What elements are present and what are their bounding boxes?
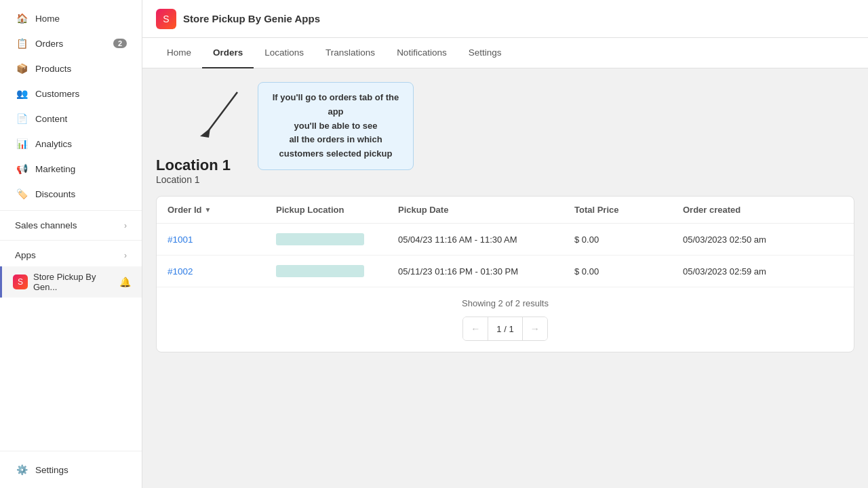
- sidebar-apps[interactable]: Apps ›: [4, 245, 138, 266]
- sidebar-item-discounts-label: Discounts: [35, 189, 127, 199]
- next-page-button[interactable]: →: [523, 317, 547, 340]
- row1-pickup-date: 05/04/23 11:16 AM - 11:30 AM: [398, 235, 574, 245]
- tab-orders[interactable]: Orders: [202, 38, 254, 68]
- sidebar-item-products[interactable]: 📦 Products: [4, 56, 138, 81]
- tab-home[interactable]: Home: [156, 38, 202, 68]
- col-total-price: Total Price: [574, 205, 683, 215]
- sidebar-item-home[interactable]: 🏠 Home: [4, 6, 138, 30]
- sidebar: 🏠 Home 📋 Orders 2 📦 Products 👥 Customers…: [0, 0, 142, 488]
- sidebar-item-content[interactable]: 📄 Content: [4, 106, 138, 131]
- analytics-icon: 📊: [15, 137, 28, 150]
- apps-chevron: ›: [124, 251, 127, 260]
- main-content: S Store Pickup By Genie Apps Home Orders…: [142, 0, 868, 488]
- sidebar-bottom: ⚙️ Settings: [0, 451, 142, 488]
- row2-pickup-location: [276, 265, 398, 277]
- order-link-1002[interactable]: #1002: [167, 266, 193, 277]
- col-order-created-label: Order created: [683, 205, 741, 215]
- tab-settings[interactable]: Settings: [458, 38, 513, 68]
- col-pickup-location-label: Pickup Location: [276, 205, 344, 215]
- location-subtitle: Location 1: [156, 174, 854, 185]
- page-content: If you'll go to orders tab of the app yo…: [142, 68, 868, 488]
- table-header-row: Order Id ▼ Pickup Location Pickup Date T…: [157, 197, 854, 224]
- table-footer: Showing 2 of 2 results ← 1 / 1 →: [157, 287, 854, 352]
- customers-icon: 👥: [15, 87, 28, 100]
- order-link-1001[interactable]: #1001: [167, 235, 193, 245]
- tooltip-box: If you'll go to orders tab of the app yo…: [258, 82, 414, 170]
- sales-channels-label: Sales channels: [15, 220, 124, 230]
- sidebar-item-marketing[interactable]: 📢 Marketing: [4, 157, 138, 181]
- products-icon: 📦: [15, 62, 28, 75]
- settings-icon: ⚙️: [15, 463, 28, 476]
- sidebar-item-home-label: Home: [35, 14, 127, 24]
- tab-translations[interactable]: Translations: [315, 38, 386, 68]
- sidebar-item-products-label: Products: [35, 64, 127, 74]
- svg-marker-1: [200, 128, 210, 138]
- tooltip-area: If you'll go to orders tab of the app yo…: [197, 82, 414, 170]
- row1-order-id[interactable]: #1001: [167, 234, 276, 245]
- col-total-price-label: Total Price: [574, 205, 619, 215]
- sidebar-settings[interactable]: ⚙️ Settings: [4, 458, 138, 482]
- orders-icon: 📋: [15, 37, 28, 50]
- sidebar-divider-1: [0, 210, 142, 211]
- tooltip-line1: If you'll go to orders tab of the app: [273, 92, 399, 117]
- store-pickup-app-icon: S: [13, 274, 28, 289]
- app-header-title: Store Pickup By Genie Apps: [183, 13, 320, 24]
- row1-pickup-location: [276, 233, 398, 245]
- pickup-location-bar-2: [276, 265, 364, 277]
- sidebar-item-customers-label: Customers: [35, 89, 127, 99]
- row2-order-created: 05/03/2023 02:59 am: [683, 266, 818, 277]
- content-icon: 📄: [15, 112, 28, 125]
- sidebar-app-label: Store Pickup By Gen...: [33, 272, 119, 292]
- tooltip-line2: you'll be able to see: [294, 121, 377, 131]
- discounts-icon: 🏷️: [15, 187, 28, 201]
- row2-order-id[interactable]: #1002: [167, 266, 276, 277]
- sidebar-item-orders-label: Orders: [35, 39, 113, 49]
- tab-notifications[interactable]: Notifications: [386, 38, 458, 68]
- row1-total-price: $ 0.00: [574, 235, 683, 245]
- sidebar-item-content-label: Content: [35, 114, 127, 124]
- sidebar-item-analytics-label: Analytics: [35, 139, 127, 149]
- table-row: #1002 05/11/23 01:16 PM - 01:30 PM $ 0.0…: [157, 256, 854, 287]
- results-text: Showing 2 of 2 results: [462, 298, 549, 308]
- sales-channels-chevron: ›: [124, 221, 127, 230]
- col-order-id-label: Order Id: [167, 205, 202, 215]
- sidebar-item-discounts[interactable]: 🏷️ Discounts: [4, 182, 138, 206]
- sidebar-settings-label: Settings: [35, 465, 127, 475]
- page-info: 1 / 1: [488, 317, 522, 340]
- home-icon: 🏠: [15, 12, 28, 25]
- sidebar-item-analytics[interactable]: 📊 Analytics: [4, 131, 138, 156]
- row2-total-price: $ 0.00: [574, 266, 683, 277]
- tooltip-arrow: [197, 89, 251, 143]
- tabs-bar: Home Orders Locations Translations Notif…: [142, 38, 868, 68]
- marketing-icon: 📢: [15, 162, 28, 176]
- sidebar-item-customers[interactable]: 👥 Customers: [4, 81, 138, 106]
- tooltip-line3: all the orders in which: [289, 134, 382, 144]
- app-header: S Store Pickup By Genie Apps: [142, 0, 868, 38]
- col-order-created: Order created: [683, 205, 818, 215]
- sort-icon: ▼: [205, 206, 212, 214]
- col-order-id[interactable]: Order Id ▼: [167, 205, 276, 215]
- orders-badge: 2: [113, 39, 127, 48]
- sidebar-item-orders[interactable]: 📋 Orders 2: [4, 31, 138, 56]
- pickup-location-bar-1: [276, 233, 364, 245]
- col-pickup-location: Pickup Location: [276, 205, 398, 215]
- col-pickup-date-label: Pickup Date: [398, 205, 448, 215]
- sidebar-item-marketing-label: Marketing: [35, 164, 127, 174]
- row2-pickup-date: 05/11/23 01:16 PM - 01:30 PM: [398, 266, 574, 277]
- sidebar-app-store-pickup[interactable]: S Store Pickup By Gen... 🔔: [0, 266, 142, 298]
- prev-page-button[interactable]: ←: [463, 317, 488, 340]
- sidebar-divider-2: [0, 240, 142, 241]
- row1-order-created: 05/03/2023 02:50 am: [683, 235, 818, 245]
- pagination: ← 1 / 1 →: [462, 317, 547, 341]
- table-row: #1001 05/04/23 11:16 AM - 11:30 AM $ 0.0…: [157, 224, 854, 256]
- orders-table-card: Order Id ▼ Pickup Location Pickup Date T…: [156, 196, 854, 352]
- tooltip-line4: customers selected pickup: [279, 148, 393, 159]
- app-header-icon: S: [156, 9, 176, 29]
- app-bell-icon: 🔔: [119, 277, 131, 287]
- sidebar-nav: 🏠 Home 📋 Orders 2 📦 Products 👥 Customers…: [0, 0, 142, 451]
- col-pickup-date: Pickup Date: [398, 205, 574, 215]
- apps-label: Apps: [15, 250, 124, 260]
- svg-line-0: [207, 92, 237, 133]
- sidebar-sales-channels[interactable]: Sales channels ›: [4, 215, 138, 236]
- tab-locations[interactable]: Locations: [254, 38, 315, 68]
